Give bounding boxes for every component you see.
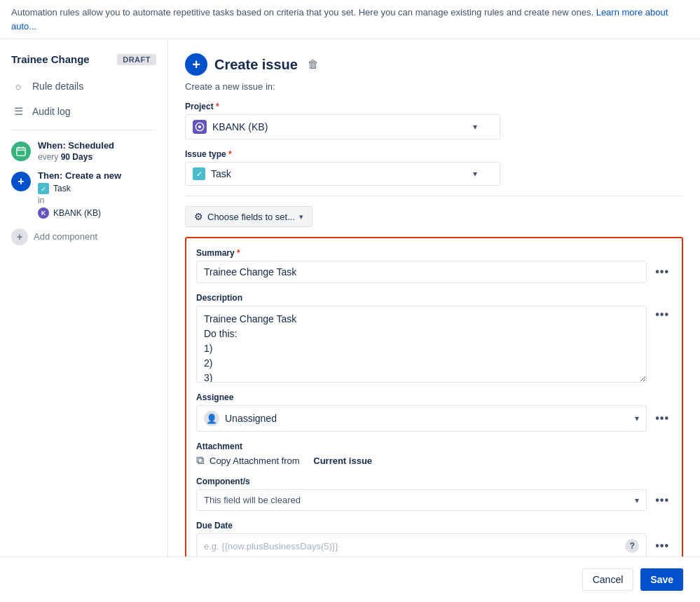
- add-icon: +: [11, 228, 28, 245]
- due-date-field-row: Due Date e.g. {{now.plusBusinessDays(5)}…: [196, 521, 672, 556]
- components-label: Component/s: [196, 477, 672, 486]
- fields-container: Summary * ••• Description Trainee Change…: [185, 237, 683, 556]
- issue-type-required: *: [226, 149, 232, 159]
- description-field-row: Description Trainee Change Task Do this:…: [196, 293, 672, 383]
- create-issue-icon: +: [185, 53, 207, 76]
- assignee-dots-button[interactable]: •••: [652, 409, 672, 427]
- summary-row: •••: [196, 261, 672, 283]
- choose-fields-chevron: ▾: [299, 212, 303, 221]
- add-component-label: Add component: [34, 231, 97, 242]
- due-date-dots-button[interactable]: •••: [652, 537, 672, 555]
- assignee-left: 👤 Unassigned: [204, 411, 277, 426]
- kbank-icon-sidebar: K: [38, 207, 49, 219]
- gear-icon: ⚙: [194, 211, 203, 222]
- add-component[interactable]: + Add component: [0, 223, 167, 249]
- kbank-project-icon: [193, 120, 207, 134]
- when-label: When: Scheduled: [38, 140, 156, 151]
- footer-actions: Cancel Save: [0, 556, 700, 602]
- trash-icon[interactable]: 🗑: [308, 58, 319, 71]
- assignee-select[interactable]: 👤 Unassigned ▾: [196, 405, 647, 432]
- project-required: *: [214, 102, 219, 111]
- issue-type-select[interactable]: ✓ Task ▾: [185, 162, 500, 186]
- list-icon: ☰: [11, 104, 25, 118]
- project-label: Project *: [185, 102, 683, 111]
- project-select[interactable]: KBANK (KB) ▾: [185, 114, 500, 139]
- svg-point-5: [198, 125, 201, 128]
- attachment-text: Copy Attachment from: [210, 456, 300, 466]
- choose-fields-button[interactable]: ⚙ Choose fields to set... ▾: [185, 206, 313, 227]
- then-label: Then: Create a new: [38, 170, 156, 181]
- components-row: This field will be cleared ▾ •••: [196, 489, 672, 511]
- components-field-row: Component/s This field will be cleared ▾…: [196, 477, 672, 511]
- sidebar-divider: [11, 130, 156, 130]
- main-content: + Create issue 🗑 Create a new issue in: …: [168, 39, 700, 556]
- comp-right: ▾: [635, 495, 639, 505]
- description-label: Description: [196, 293, 672, 303]
- workflow-then[interactable]: + Then: Create a new ✓ Task in K KBANK (…: [0, 166, 167, 223]
- workflow-when-text: When: Scheduled every 90 Days: [38, 140, 156, 162]
- due-date-input[interactable]: e.g. {{now.plusBusinessDays(5)}} ?: [196, 533, 647, 556]
- due-date-placeholder: e.g. {{now.plusBusinessDays(5)}}: [204, 541, 338, 552]
- components-select[interactable]: This field will be cleared ▾: [196, 489, 647, 511]
- assignee-label: Assignee: [196, 392, 672, 402]
- summary-input[interactable]: [196, 261, 647, 283]
- workflow-when[interactable]: When: Scheduled every 90 Days: [0, 136, 167, 166]
- then-task: Task: [53, 184, 71, 193]
- components-dropdown-arrow: ▾: [635, 495, 639, 505]
- description-dots-button[interactable]: •••: [652, 306, 672, 324]
- attachment-copy: ⧉ Copy Attachment from Current issue: [196, 454, 672, 467]
- create-icon: +: [11, 172, 31, 191]
- due-date-label: Due Date: [196, 521, 672, 531]
- svg-rect-0: [17, 148, 25, 156]
- sidebar-title-row: Trainee Change DRAFT: [0, 50, 167, 74]
- attachment-source: Current issue: [313, 456, 372, 466]
- top-banner: Automation rules allow you to automate r…: [0, 0, 700, 39]
- workflow-then-text: Then: Create a new ✓ Task in K KBANK (KB…: [38, 170, 156, 219]
- summary-required: *: [235, 248, 240, 258]
- project-field-row: Project * KBANK (KB) ▾: [185, 102, 683, 139]
- section-divider: [185, 196, 683, 196]
- nav-label-audit-log: Audit log: [32, 106, 70, 117]
- sidebar-title: Trainee Change: [11, 53, 90, 65]
- task-type-icon: ✓: [38, 183, 49, 194]
- assignee-row: 👤 Unassigned ▾ •••: [196, 405, 672, 432]
- draft-badge: DRAFT: [117, 54, 156, 65]
- sidebar: Trainee Change DRAFT ○ Rule details ☰ Au…: [0, 39, 168, 556]
- issue-type-dropdown-arrow: ▾: [473, 169, 477, 179]
- info-icon: ○: [11, 79, 25, 93]
- summary-dots-button[interactable]: •••: [652, 263, 672, 281]
- then-project: KBANK (KB): [53, 208, 101, 218]
- copy-icon: ⧉: [196, 454, 204, 467]
- assignee-value: Unassigned: [225, 413, 277, 424]
- issue-type-label: Issue type *: [185, 149, 683, 159]
- create-issue-title: Create issue: [214, 57, 298, 73]
- help-icon[interactable]: ?: [625, 539, 639, 553]
- then-project-row: K KBANK (KB): [38, 207, 156, 219]
- project-dropdown-arrow: ▾: [473, 122, 477, 132]
- save-button[interactable]: Save: [640, 568, 683, 591]
- issue-type-value: Task: [211, 168, 467, 179]
- banner-text: Automation rules allow you to automate r…: [11, 7, 593, 18]
- project-value: KBANK (KB): [212, 121, 467, 132]
- choose-fields-label: Choose fields to set...: [207, 212, 295, 222]
- then-in: in: [38, 196, 156, 205]
- when-sub: every 90 Days: [38, 152, 156, 162]
- assignee-field-row: Assignee 👤 Unassigned ▾ •••: [196, 392, 672, 432]
- components-value: This field will be cleared: [204, 495, 301, 505]
- user-icon: 👤: [204, 411, 219, 426]
- due-date-row: e.g. {{now.plusBusinessDays(5)}} ? •••: [196, 533, 672, 556]
- create-subtitle: Create a new issue in:: [185, 81, 683, 92]
- attachment-label: Attachment: [196, 442, 672, 451]
- cancel-button[interactable]: Cancel: [582, 568, 634, 591]
- scheduled-icon: [11, 142, 31, 161]
- components-dots-button[interactable]: •••: [652, 491, 672, 509]
- issue-type-field-row: Issue type * ✓ Task ▾: [185, 149, 683, 186]
- desc-row: Trainee Change Task Do this: 1) 2) 3) ••…: [196, 306, 672, 383]
- attachment-section: Attachment ⧉ Copy Attachment from Curren…: [196, 442, 672, 467]
- create-issue-header: + Create issue 🗑: [185, 53, 683, 76]
- description-textarea[interactable]: Trainee Change Task Do this: 1) 2) 3): [196, 306, 647, 383]
- task-type-icon-main: ✓: [193, 167, 205, 180]
- summary-label: Summary *: [196, 248, 672, 258]
- sidebar-item-audit-log[interactable]: ☰ Audit log: [0, 99, 167, 124]
- sidebar-item-rule-details[interactable]: ○ Rule details: [0, 74, 167, 99]
